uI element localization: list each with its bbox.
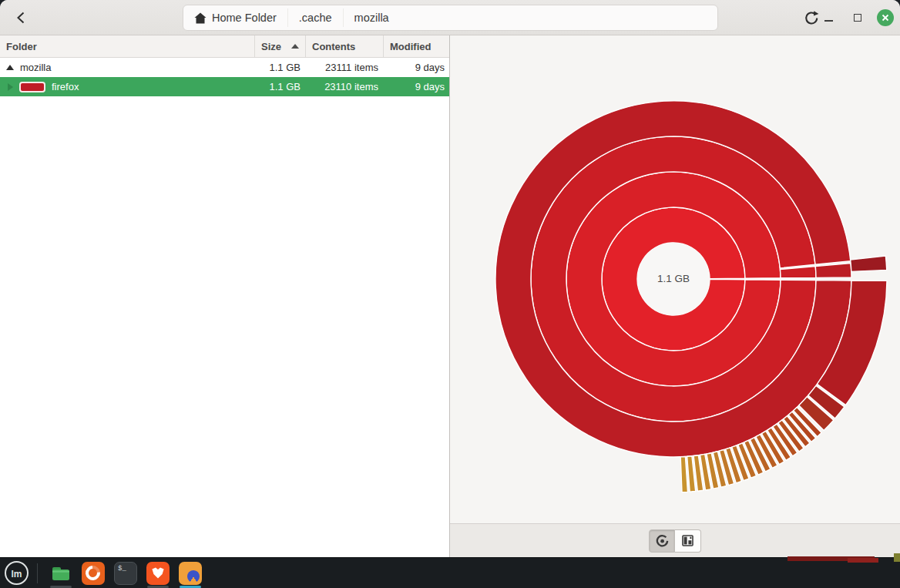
treemap-chart-icon bbox=[682, 535, 693, 546]
ring-segment[interactable] bbox=[680, 456, 687, 492]
taskbar-terminal-button[interactable]: $_ bbox=[109, 558, 142, 588]
folder-modified: 9 days bbox=[383, 81, 449, 92]
folder-row-firefox[interactable]: firefox 1.1 GB 23110 items 9 days bbox=[0, 77, 449, 96]
folder-list-pane: Folder Size Contents Modified mozilla bbox=[0, 35, 450, 557]
chart-center-label: 1.1 GB bbox=[657, 273, 690, 284]
mint-menu-button[interactable]: lm bbox=[5, 561, 29, 585]
background-window-artifact bbox=[848, 558, 878, 563]
expander-collapsed-icon[interactable] bbox=[8, 83, 13, 91]
mint-logo-icon: lm bbox=[11, 570, 22, 579]
expander-expanded-icon[interactable] bbox=[6, 65, 14, 70]
sort-ascending-icon bbox=[291, 44, 299, 49]
chart-area: 1.1 GB bbox=[450, 35, 900, 523]
folder-name: mozilla bbox=[20, 62, 51, 73]
titlebar: Home Folder .cache mozilla bbox=[0, 0, 900, 35]
ring-segment[interactable] bbox=[851, 256, 887, 271]
breadcrumb: Home Folder .cache mozilla bbox=[183, 5, 718, 31]
taskbar-firefox-button[interactable] bbox=[77, 558, 109, 588]
home-icon bbox=[194, 12, 207, 24]
main-content: Folder Size Contents Modified mozilla bbox=[0, 35, 900, 557]
refresh-icon bbox=[804, 10, 820, 26]
rings-view-button[interactable] bbox=[649, 529, 675, 553]
terminal-icon: $_ bbox=[114, 562, 137, 585]
minimize-button[interactable] bbox=[818, 8, 838, 28]
chart-footer bbox=[450, 523, 900, 557]
back-button[interactable] bbox=[9, 7, 32, 29]
column-header-folder[interactable]: Folder bbox=[0, 35, 254, 57]
background-artifact bbox=[894, 553, 900, 562]
breadcrumb-cache[interactable]: .cache bbox=[288, 5, 343, 30]
disk-usage-analyzer-window: Home Folder .cache mozilla bbox=[0, 0, 900, 557]
close-icon bbox=[882, 14, 889, 22]
chart-pane: 1.1 GB bbox=[450, 35, 900, 557]
taskbar-separator bbox=[37, 563, 38, 583]
close-button[interactable] bbox=[877, 9, 894, 26]
chevron-left-icon bbox=[16, 12, 25, 24]
maximize-button[interactable] bbox=[848, 8, 868, 28]
ring-segment[interactable] bbox=[815, 263, 851, 277]
taskbar-file-manager-button[interactable] bbox=[45, 558, 77, 588]
window-controls bbox=[818, 0, 894, 35]
folder-contents: 23111 items bbox=[305, 62, 383, 73]
brave-icon bbox=[146, 562, 170, 585]
breadcrumb-mozilla[interactable]: mozilla bbox=[344, 5, 400, 30]
taskbar: lm $_ bbox=[0, 557, 900, 588]
breadcrumb-home[interactable]: Home Folder bbox=[183, 5, 287, 30]
folder-contents: 23110 items bbox=[305, 81, 383, 92]
disk-usage-analyzer-icon bbox=[179, 562, 202, 585]
firefox-icon bbox=[82, 562, 105, 585]
column-header-modified[interactable]: Modified bbox=[383, 35, 449, 57]
folder-row-mozilla[interactable]: mozilla 1.1 GB 23111 items 9 days bbox=[0, 58, 449, 77]
taskbar-brave-button[interactable] bbox=[142, 558, 174, 588]
file-manager-icon bbox=[49, 562, 72, 585]
folder-modified: 9 days bbox=[383, 62, 449, 73]
rings-chart[interactable]: 1.1 GB bbox=[450, 35, 899, 523]
folder-size: 1.1 GB bbox=[254, 62, 305, 73]
maximize-icon bbox=[854, 14, 861, 22]
rings-chart-icon bbox=[656, 534, 669, 547]
folder-name: firefox bbox=[52, 81, 79, 92]
treemap-view-button[interactable] bbox=[675, 529, 701, 553]
column-header-size[interactable]: Size bbox=[254, 35, 305, 57]
list-header: Folder Size Contents Modified bbox=[0, 35, 449, 58]
focused-indicator bbox=[180, 586, 201, 588]
chart-color-swatch bbox=[19, 82, 45, 92]
column-header-contents[interactable]: Contents bbox=[305, 35, 383, 57]
folder-size: 1.1 GB bbox=[254, 81, 305, 92]
taskbar-disk-usage-analyzer-button[interactable] bbox=[174, 558, 207, 588]
breadcrumb-cache-label: .cache bbox=[299, 12, 332, 24]
breadcrumb-mozilla-label: mozilla bbox=[354, 12, 389, 24]
running-indicator bbox=[147, 586, 169, 588]
minimize-icon bbox=[824, 20, 833, 22]
view-toggle bbox=[649, 529, 701, 553]
running-indicator bbox=[50, 586, 72, 588]
breadcrumb-home-label: Home Folder bbox=[212, 12, 277, 24]
